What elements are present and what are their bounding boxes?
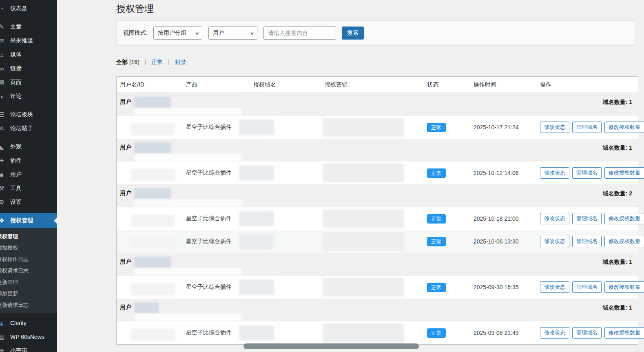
change-license-count-button[interactable]: 修改授权数量: [604, 281, 644, 293]
operation-time: 2025-09-08 21:49: [474, 330, 540, 336]
sidebar-item-label: 页面: [10, 79, 22, 86]
horizontal-scrollbar-thumb[interactable]: [243, 343, 419, 349]
redacted-username: [134, 188, 171, 200]
submenu-item-update-request-log[interactable]: 更新请求日志: [0, 299, 57, 311]
sidebar-item-label: 果果推送: [10, 37, 33, 44]
sidebar-item-guoguo-push[interactable]: ✉ 果果推送: [0, 34, 57, 48]
change-status-button[interactable]: 修改状态: [540, 122, 569, 133]
sidebar-item-clarity[interactable]: ▲ Clarity: [0, 316, 57, 330]
sidebar-item-plugins[interactable]: ✦ 插件: [0, 154, 57, 168]
sidebar-item-settings[interactable]: ⚙ 设置: [0, 195, 57, 209]
submenu-item-license-op-log[interactable]: 授权操作日志: [0, 254, 57, 265]
sidebar-item-forum-boards[interactable]: ☰ 论坛板块: [0, 108, 57, 122]
sidebar-item-appearance[interactable]: ◣ 外观: [0, 140, 57, 154]
user-group-header: 用户 域名数量: 1: [117, 253, 638, 276]
manage-domains-button[interactable]: 管理域名: [572, 236, 602, 247]
col-key: 授权密钥: [325, 81, 427, 89]
redacted-key: [323, 164, 404, 182]
submenu-item-update-manage[interactable]: 更新管理: [0, 277, 57, 288]
media-icon: ♫: [0, 51, 6, 58]
sidebar-item-posts[interactable]: ✎ 文章: [0, 20, 57, 34]
redacted-user-id: [131, 237, 175, 250]
col-domain: 授权域名: [253, 81, 325, 89]
domain-count: 域名数量: 1: [603, 304, 632, 312]
sidebar-item-users[interactable]: ☻ 用户: [0, 168, 57, 182]
manage-domains-button[interactable]: 管理域名: [572, 213, 602, 224]
operation-time: 2025-10-12 14:06: [474, 170, 540, 176]
sidebar-item-media[interactable]: ♫ 媒体: [0, 48, 57, 62]
change-license-count-button[interactable]: 修改授权数量: [604, 213, 644, 224]
menu-separator: [0, 103, 57, 108]
sidebar-item-label: 评论: [10, 93, 22, 100]
search-button[interactable]: 搜索: [342, 27, 364, 40]
sidebar-item-license-manage[interactable]: ❖ 授权管理: [0, 213, 57, 228]
redacted-domain: [239, 279, 274, 295]
redacted-key: [323, 118, 404, 137]
change-status-button[interactable]: 修改状态: [540, 327, 569, 339]
sidebar-item-tools[interactable]: ⚒ 工具: [0, 182, 57, 195]
submenu-item-license-request-log[interactable]: 授权请求日志: [0, 265, 57, 277]
redacted-detail: [134, 108, 242, 115]
sidebar-item-label: 仪表盘: [10, 5, 27, 12]
change-license-count-button[interactable]: 修改授权数量: [604, 167, 644, 179]
manage-domains-button[interactable]: 管理域名: [572, 167, 602, 179]
domain-count: 域名数量: 1: [603, 144, 632, 152]
users-icon: ☻: [0, 171, 6, 178]
menu-separator: [0, 313, 57, 316]
tab-normal[interactable]: 正常: [151, 59, 163, 65]
change-license-count-button[interactable]: 修改授权数量: [604, 236, 644, 247]
redacted-username: [134, 142, 171, 155]
redacted-user-id: [131, 283, 175, 295]
sidebar-item-label: 用户: [10, 171, 22, 178]
sidebar-item-links[interactable]: ∞ 链接: [0, 62, 57, 75]
tab-banned[interactable]: 封禁: [175, 59, 186, 65]
search-input[interactable]: [263, 27, 336, 40]
search-type-select[interactable]: 用户 ∨: [208, 27, 257, 40]
sidebar-item-wp60snews[interactable]: ▦ WP 60sNews: [0, 330, 57, 344]
redacted-key: [323, 209, 404, 228]
sidebar-item-comments[interactable]: ◖ 评论: [0, 89, 57, 103]
change-license-count-button[interactable]: 修改授权数量: [604, 122, 644, 133]
change-status-button[interactable]: 修改状态: [540, 167, 569, 179]
sidebar-item-dashboard[interactable]: ◔ 仪表盘: [0, 2, 57, 15]
menu-separator: [0, 135, 57, 140]
license-row: 星空子比综合插件 正常 2025-10-17 21:24 修改状态 管理域名 修…: [117, 116, 638, 139]
status-badge: 正常: [427, 123, 446, 132]
cosmos-icon: ✳: [0, 347, 6, 352]
domain-count: 域名数量: 1: [603, 259, 632, 266]
sidebar-item-label: 论坛帖子: [10, 125, 33, 132]
sidebar-item-label: 工具: [10, 185, 22, 192]
license-row: 星空子比综合插件 正常 2025-10-12 14:06 修改状态 管理域名 修…: [117, 162, 638, 184]
change-status-button[interactable]: 修改状态: [540, 281, 569, 293]
sidebar-item-xiaoyuzhou[interactable]: ✳ 小宇宙: [0, 344, 57, 352]
submenu-item-add-license[interactable]: 添加授权: [0, 242, 57, 254]
status-filter-tabs: 全部 (16) | 正常 | 封禁: [116, 59, 186, 66]
operation-time: 2025-10-06 13:30: [474, 238, 540, 245]
col-actions: 操作: [540, 81, 638, 89]
push-icon: ✉: [0, 37, 6, 44]
user-group-label: 用户: [120, 304, 131, 311]
change-status-button[interactable]: 修改状态: [540, 213, 569, 224]
settings-icon: ⚙: [0, 199, 6, 206]
posts-icon: ✎: [0, 23, 6, 31]
view-mode-label: 视图模式:: [123, 29, 148, 37]
change-license-count-button[interactable]: 修改授权数量: [604, 327, 644, 339]
submenu-item-add-update[interactable]: 添加更新: [0, 288, 57, 299]
change-status-button[interactable]: 修改状态: [540, 236, 569, 247]
manage-domains-button[interactable]: 管理域名: [572, 281, 602, 293]
col-op-time: 操作时间: [474, 81, 540, 89]
submenu-item-license-manage[interactable]: 授权管理: [0, 231, 57, 242]
tab-all[interactable]: 全部 (16): [116, 59, 139, 65]
redacted-domain: [239, 120, 274, 135]
manage-domains-button[interactable]: 管理域名: [572, 122, 602, 133]
operation-time: 2025-09-30 16:35: [474, 284, 540, 290]
group-mode-select[interactable]: 按用户分组 ∨: [153, 27, 202, 40]
redacted-username: [134, 302, 159, 314]
license-row: 星空子比综合插件 正常 2025-10-18 21:00 修改状态 管理域名 修…: [117, 207, 638, 230]
manage-domains-button[interactable]: 管理域名: [572, 327, 602, 339]
sidebar-item-pages[interactable]: ▤ 页面: [0, 75, 57, 89]
shield-icon: ❖: [0, 217, 6, 224]
sidebar-item-forum-posts[interactable]: ✍ 论坛帖子: [0, 122, 57, 135]
user-group-label: 用户: [120, 144, 131, 151]
menu-separator: [0, 209, 57, 213]
